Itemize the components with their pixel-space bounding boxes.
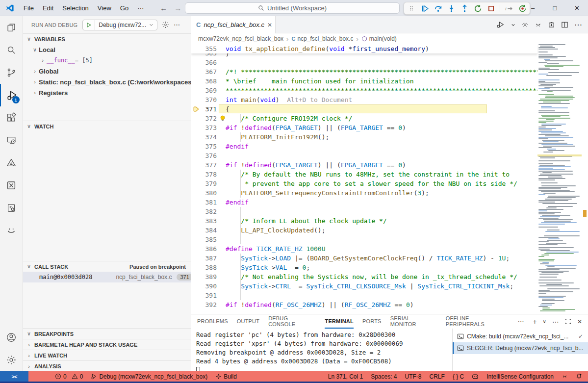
breadcrumb-symbol[interactable]: main(void)	[369, 35, 397, 42]
close-button[interactable]: ✕	[566, 0, 588, 16]
sticky-scroll-line[interactable]: 355void tx_application_define(void *firs…	[191, 44, 537, 53]
terminal-icon[interactable]	[457, 333, 464, 340]
activity-source-control-icon[interactable]	[0, 61, 23, 84]
call-stack-frame-row[interactable]: main@0x0003d028 ncp_fsci_black_box.c 371	[23, 272, 191, 282]
panel-tab-offline-peripherals[interactable]: OFFLINE PERIPHERALS	[446, 314, 509, 329]
panel-close-icon[interactable]: ✕	[577, 318, 582, 325]
feedback-smiley-icon[interactable]	[562, 373, 568, 380]
debug-step-over-icon[interactable]	[434, 4, 442, 13]
variables-static-scope[interactable]: ›Static: ncp_fsci_black_box.c (C:\work\w…	[23, 77, 191, 87]
menu-file[interactable]: File	[19, 2, 38, 14]
minimize-button[interactable]: –	[522, 0, 544, 16]
variables-registers-scope[interactable]: ›Registers	[23, 87, 191, 98]
menu-go[interactable]: Go	[116, 2, 133, 14]
activity-search-icon[interactable]	[0, 39, 23, 61]
debug-restart-icon[interactable]	[473, 4, 482, 13]
code-line-376: 376	[191, 151, 537, 160]
panel-tab-terminal[interactable]: TERMINAL	[325, 314, 353, 329]
c-file-icon: C	[291, 36, 295, 42]
eol-sequence[interactable]: CRLF	[430, 373, 445, 380]
problems-status[interactable]: 0 0	[55, 373, 83, 380]
flash-program-icon[interactable]	[548, 21, 555, 28]
variables-local-scope[interactable]: ∨Local	[23, 44, 191, 55]
gripper-icon[interactable]	[407, 4, 416, 13]
section-analysis[interactable]: ›ANALYSIS	[23, 360, 191, 371]
command-center-search[interactable]: Untitled (Workspace)	[185, 2, 400, 14]
terminal-output[interactable]: Read register 'pc' (4 bytes) from hardwa…	[196, 331, 449, 374]
back-arrow-icon[interactable]: ←	[160, 4, 167, 12]
activity-mcuxpresso-icon[interactable]	[0, 174, 23, 197]
panel-tab-problems[interactable]: PROBLEMS	[197, 314, 228, 329]
debug-stop-icon[interactable]	[486, 4, 495, 13]
call-stack-section-header[interactable]: ∨CALL STACK Paused on breakpoint	[23, 261, 191, 272]
build-status[interactable]: Build	[215, 373, 237, 380]
run-dropdown-chevron[interactable]	[511, 23, 515, 27]
debug-step-into-icon[interactable]	[447, 4, 456, 13]
debug-step-out-icon[interactable]	[460, 4, 469, 13]
debug-config-dropdown[interactable]: Debug (mcxw72...	[95, 22, 157, 28]
start-debug-button[interactable]	[83, 20, 95, 30]
minimap[interactable]	[537, 44, 582, 314]
terminal-item[interactable]: CMake: build (mcxw72evk_ncp_fsci_...✓	[453, 331, 588, 342]
maximize-button[interactable]: □	[544, 0, 566, 16]
terminal-icon[interactable]	[457, 345, 464, 352]
panel-tab-serial-monitor[interactable]: SERIAL MONITOR	[390, 314, 437, 329]
tab-ncp-fsci-black-box[interactable]: C ncp_fsci_black_box.c ✕	[191, 16, 276, 33]
activity-run-debug-icon[interactable]: 1	[0, 84, 23, 106]
feedback-icon[interactable]	[535, 21, 542, 28]
menu-selection[interactable]: Selection	[58, 2, 93, 14]
lightbulb-icon[interactable]	[220, 115, 226, 122]
debug-run-button[interactable]	[496, 21, 505, 28]
debug-settings-gear-icon[interactable]	[162, 21, 169, 28]
editor-scrollbar[interactable]	[582, 44, 588, 314]
menu-view[interactable]: View	[93, 2, 116, 14]
panel-more-actions[interactable]: ⋯	[552, 318, 559, 326]
menu-edit[interactable]: Edit	[38, 2, 58, 14]
forward-arrow-icon[interactable]: →	[174, 4, 181, 12]
section-live-watch[interactable]: ›LIVE WATCH	[23, 350, 191, 360]
menu-⋯[interactable]: ⋯	[133, 2, 148, 14]
panel-tabs-overflow[interactable]: ⋯	[517, 318, 524, 325]
breadcrumb-file[interactable]: ncp_fsci_black_box.c	[297, 35, 353, 42]
debug-status[interactable]: Debug (mcxw72evk_ncp_fsci_black_box)	[91, 373, 207, 380]
copilot-icon[interactable]	[472, 373, 479, 380]
variable-func[interactable]: ›__func__ = [5]	[23, 55, 191, 66]
sidebar-more-actions[interactable]: ⋯	[174, 21, 180, 28]
panel-tab-ports[interactable]: PORTS	[362, 314, 382, 329]
activity-analysis-icon[interactable]	[0, 152, 23, 174]
activity-remote-explorer-icon[interactable]	[0, 129, 23, 152]
cursor-position[interactable]: Ln 371, Col 1	[328, 373, 363, 380]
bottom-panel: PROBLEMSOUTPUTDEBUG CONSOLETERMINALPORTS…	[191, 314, 588, 371]
activity-account-icon[interactable]	[0, 326, 23, 349]
activity-project-config-icon[interactable]	[0, 197, 23, 219]
section-breakpoints[interactable]: ∨BREAKPOINTS	[23, 328, 191, 339]
panel-tab-debug-console[interactable]: DEBUG CONSOLE	[268, 314, 316, 329]
code-viewport[interactable]: 355void tx_application_define(void *firs…	[191, 44, 588, 314]
tab-close-icon[interactable]: ✕	[267, 22, 272, 28]
variables-section-header[interactable]: ∨VARIABLES	[23, 33, 191, 44]
notifications-bell-icon[interactable]	[576, 373, 582, 380]
panel-maximize-icon[interactable]	[565, 318, 571, 325]
language-mode[interactable]: { } C	[453, 373, 464, 380]
editor-more-actions[interactable]: ⋯	[574, 20, 582, 29]
step-instruction-icon[interactable]: i	[505, 4, 513, 13]
variables-global-scope[interactable]: ›Global	[23, 66, 191, 77]
activity-files-icon[interactable]	[0, 16, 23, 39]
intellisense-config[interactable]: IntelliSense Configuration	[486, 373, 554, 380]
split-editor-icon[interactable]	[561, 21, 568, 28]
activity-settings-gear-icon[interactable]	[0, 349, 23, 371]
editor-settings-icon[interactable]	[521, 21, 529, 28]
terminal-profile-chevron[interactable]: ∨	[543, 319, 546, 324]
panel-tab-output[interactable]: OUTPUT	[237, 314, 259, 329]
remote-indicator[interactable]: ><	[0, 371, 28, 382]
debug-continue-icon[interactable]	[420, 4, 429, 13]
watch-section-header[interactable]: ∨WATCH	[23, 121, 191, 131]
activity-extensions-icon[interactable]	[0, 106, 23, 129]
terminal-item[interactable]: SEGGER: Debug (mcxw72evk_ncp_fsci_b...	[453, 342, 588, 354]
section-baremetal-heap-and-stack-usage[interactable]: ›BAREMETAL HEAP AND STACK USAGE	[23, 339, 191, 350]
indentation[interactable]: Spaces: 4	[371, 373, 397, 380]
new-terminal-button[interactable]: +	[533, 318, 537, 326]
breadcrumb-project[interactable]: mcxw72evk_ncp_fsci_black_box	[198, 35, 283, 42]
activity-app-hub-icon[interactable]	[0, 219, 23, 242]
encoding[interactable]: UTF-8	[405, 373, 422, 380]
